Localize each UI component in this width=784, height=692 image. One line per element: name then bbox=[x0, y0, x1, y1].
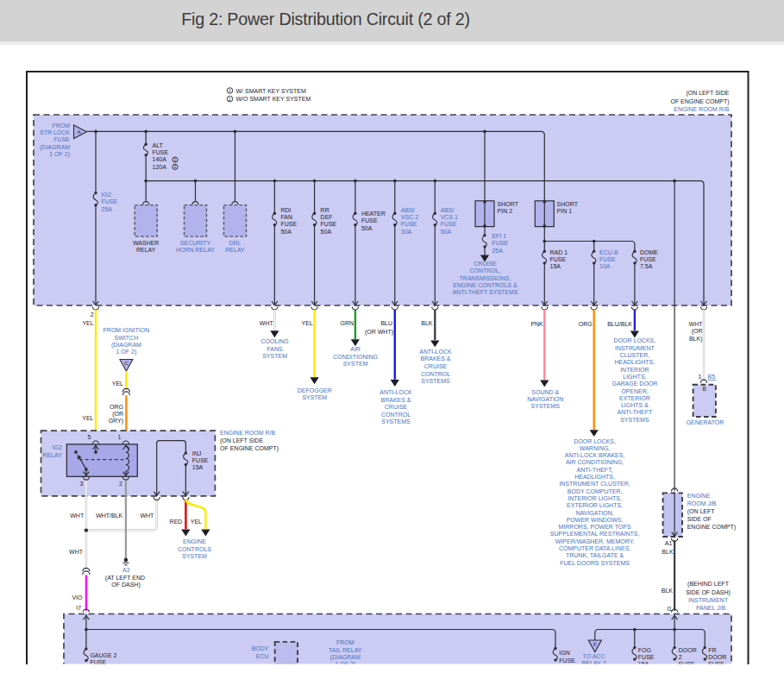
svg-text:SYSTEMS: SYSTEMS bbox=[381, 418, 411, 425]
svg-text:ORG: ORG bbox=[579, 321, 593, 327]
svg-text:50A: 50A bbox=[321, 229, 332, 235]
svg-text:50A: 50A bbox=[361, 225, 373, 231]
svg-text:WARNING,: WARNING, bbox=[580, 445, 611, 451]
svg-text:OPENER,: OPENER, bbox=[621, 388, 649, 394]
svg-text:15A: 15A bbox=[550, 263, 561, 269]
svg-text:SIDE OF DASH): SIDE OF DASH) bbox=[686, 589, 731, 596]
svg-text:RAD 1: RAD 1 bbox=[550, 249, 568, 255]
svg-text:ECU: ECU bbox=[256, 653, 269, 659]
svg-text:YEL: YEL bbox=[191, 519, 202, 525]
svg-text:FUSE: FUSE bbox=[192, 457, 209, 463]
svg-text:BRAKES &: BRAKES & bbox=[380, 397, 411, 403]
svg-text:DOOR LOCKS,: DOOR LOCKS, bbox=[614, 337, 656, 343]
svg-text:INSTRUMENT CLUSTER,: INSTRUMENT CLUSTER, bbox=[559, 481, 630, 487]
svg-text:1: 1 bbox=[117, 434, 121, 440]
svg-text:C: C bbox=[124, 360, 129, 366]
svg-text:25A: 25A bbox=[102, 206, 113, 212]
svg-text:EFI 1: EFI 1 bbox=[492, 233, 506, 239]
svg-text:B: B bbox=[702, 386, 706, 392]
svg-text:HEADLIGHTS,: HEADLIGHTS, bbox=[615, 359, 655, 365]
svg-text:VIO: VIO bbox=[72, 594, 83, 601]
svg-text:ENGINE: ENGINE bbox=[687, 493, 711, 499]
svg-text:FUSE: FUSE bbox=[599, 256, 616, 262]
svg-text:FUSE: FUSE bbox=[638, 654, 655, 660]
svg-text:2: 2 bbox=[229, 97, 231, 102]
svg-text:INSTRUMENT: INSTRUMENT bbox=[615, 345, 655, 351]
svg-text:LIGHTS,: LIGHTS, bbox=[623, 374, 646, 380]
svg-text:SWITCH: SWITCH bbox=[115, 335, 139, 341]
svg-text:ANTI-LOCK: ANTI-LOCK bbox=[419, 349, 452, 355]
svg-text:FROM: FROM bbox=[336, 639, 354, 645]
svg-text:ENGINE ROOM R/B: ENGINE ROOM R/B bbox=[674, 106, 730, 112]
svg-text:120A: 120A bbox=[153, 164, 167, 170]
svg-text:DEFOGGER: DEFOGGER bbox=[298, 387, 332, 393]
svg-text:TRUNK, TAILGATE &: TRUNK, TAILGATE & bbox=[566, 552, 624, 558]
svg-text:EXTERIOR LIGHTS,: EXTERIOR LIGHTS, bbox=[567, 502, 623, 508]
svg-text:ALT: ALT bbox=[153, 142, 164, 148]
svg-text:ANTI-THEFT SYSTEMS: ANTI-THEFT SYSTEMS bbox=[452, 289, 517, 295]
svg-text:ECU-B: ECU-B bbox=[599, 249, 618, 255]
svg-text:FUSE: FUSE bbox=[492, 240, 508, 246]
svg-text:HORN RELAY: HORN RELAY bbox=[176, 247, 215, 253]
svg-text:Fig 2: Power Distribution Circ: Fig 2: Power Distribution Circuit (2 of … bbox=[181, 9, 470, 28]
svg-text:INTERIOR LIGHTS,: INTERIOR LIGHTS, bbox=[568, 495, 622, 501]
svg-text:SYSTEM: SYSTEM bbox=[262, 353, 287, 359]
svg-text:SYSTEM: SYSTEM bbox=[182, 553, 207, 559]
svg-text:BLK: BLK bbox=[662, 549, 674, 555]
svg-text:ABS/: ABS/ bbox=[441, 207, 455, 213]
svg-text:AIR CONDITIONING,: AIR CONDITIONING, bbox=[566, 459, 624, 465]
svg-text:W/ SMART KEY SYSTEM: W/ SMART KEY SYSTEM bbox=[236, 88, 306, 94]
svg-text:OF ENGINE COMPT): OF ENGINE COMPT) bbox=[220, 445, 279, 452]
svg-text:YEL: YEL bbox=[302, 320, 313, 326]
svg-text:ANTI-THEFT,: ANTI-THEFT, bbox=[577, 467, 613, 473]
svg-text:CRUISE: CRUISE bbox=[385, 404, 408, 410]
svg-text:FR: FR bbox=[708, 647, 716, 653]
svg-text:WIPER/WASHER, MEMORY,: WIPER/WASHER, MEMORY, bbox=[555, 538, 635, 544]
svg-text:STR LOCK: STR LOCK bbox=[40, 129, 70, 135]
svg-text:RED: RED bbox=[170, 519, 183, 525]
svg-text:INTERIOR: INTERIOR bbox=[620, 367, 649, 373]
svg-text:FUEL DOORS SYSTEMS: FUEL DOORS SYSTEMS bbox=[560, 560, 630, 566]
svg-text:SYSTEMS: SYSTEMS bbox=[620, 417, 649, 423]
svg-text:GARAGE DOOR: GARAGE DOOR bbox=[612, 381, 657, 387]
svg-text:NAVIGATION: NAVIGATION bbox=[527, 396, 563, 402]
svg-text:DRL: DRL bbox=[229, 240, 241, 246]
svg-text:ANTI-LOCK: ANTI-LOCK bbox=[379, 389, 412, 395]
svg-text:LIGHTS &: LIGHTS & bbox=[621, 402, 649, 408]
svg-text:ROOM J/B: ROOM J/B bbox=[687, 500, 717, 506]
svg-text:PIN 1: PIN 1 bbox=[557, 208, 573, 214]
svg-text:CONDITIONING: CONDITIONING bbox=[333, 354, 378, 360]
svg-text:(ON LEFT SIDE: (ON LEFT SIDE bbox=[686, 90, 729, 97]
svg-text:30A: 30A bbox=[401, 229, 412, 235]
svg-text:25A: 25A bbox=[492, 248, 503, 254]
svg-text:WHT: WHT bbox=[69, 549, 84, 555]
svg-text:FUSE: FUSE bbox=[280, 221, 297, 227]
svg-text:RDI: RDI bbox=[280, 207, 291, 213]
svg-text:ENGINE: ENGINE bbox=[183, 538, 206, 544]
svg-text:5: 5 bbox=[87, 434, 91, 440]
svg-text:140A: 140A bbox=[153, 156, 167, 162]
svg-text:EXTERIOR: EXTERIOR bbox=[619, 395, 650, 401]
svg-text:OF ENGINE COMPT): OF ENGINE COMPT) bbox=[670, 98, 729, 105]
svg-text:WHT: WHT bbox=[140, 513, 154, 519]
svg-text:ANTI-THEFT: ANTI-THEFT bbox=[617, 409, 653, 415]
svg-text:(OR WHT): (OR WHT) bbox=[365, 329, 393, 336]
svg-text:2: 2 bbox=[119, 481, 122, 487]
svg-text:CLUSTER,: CLUSTER, bbox=[620, 352, 650, 358]
svg-text:(OR: (OR bbox=[112, 411, 123, 418]
svg-text:BLU/BLK: BLU/BLK bbox=[607, 321, 632, 327]
svg-text:FUSE: FUSE bbox=[153, 149, 169, 155]
svg-text:1: 1 bbox=[698, 374, 701, 380]
svg-text:RELAY: RELAY bbox=[225, 247, 245, 253]
svg-text:BODY: BODY bbox=[252, 645, 269, 651]
svg-text:FUSE: FUSE bbox=[401, 221, 417, 227]
svg-text:(BEHIND LEFT: (BEHIND LEFT bbox=[687, 581, 730, 588]
svg-text:SYSTEM: SYSTEM bbox=[343, 361, 368, 367]
svg-text:2: 2 bbox=[91, 311, 94, 318]
svg-text:RR: RR bbox=[321, 207, 329, 213]
svg-text:GENERATOR: GENERATOR bbox=[687, 419, 724, 425]
svg-text:(DIAGRAM: (DIAGRAM bbox=[111, 342, 141, 349]
svg-text:1: 1 bbox=[229, 88, 231, 93]
svg-text:10A: 10A bbox=[599, 263, 611, 269]
svg-text:COOLING: COOLING bbox=[260, 338, 288, 344]
